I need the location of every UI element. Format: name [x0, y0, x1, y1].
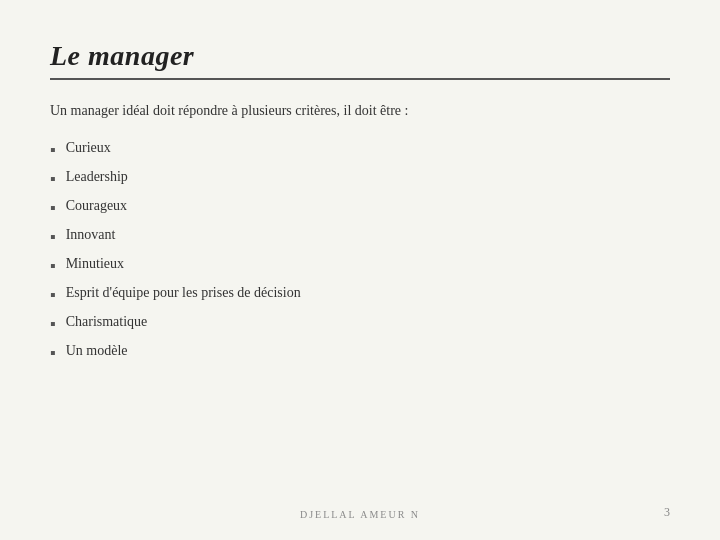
list-item: ▪Un modèle [50, 343, 670, 362]
list-item: ▪Charismatique [50, 314, 670, 333]
list-item: ▪Esprit d'équipe pour les prises de déci… [50, 285, 670, 304]
bullet-item-text: Minutieux [66, 256, 124, 272]
bullet-item-text: Un modèle [66, 343, 128, 359]
bullet-marker-icon: ▪ [50, 228, 56, 246]
bullet-list: ▪Curieux▪Leadership▪Courageux▪Innovant▪M… [50, 140, 670, 362]
footer-text: DJELLAL AMEUR N [300, 509, 420, 520]
bullet-marker-icon: ▪ [50, 257, 56, 275]
title-section: Le manager [50, 40, 670, 80]
bullet-item-text: Leadership [66, 169, 128, 185]
title-divider [50, 78, 670, 80]
list-item: ▪Minutieux [50, 256, 670, 275]
bullet-item-text: Charismatique [66, 314, 148, 330]
page-number: 3 [664, 505, 670, 520]
bullet-item-text: Curieux [66, 140, 111, 156]
bullet-marker-icon: ▪ [50, 170, 56, 188]
list-item: ▪Curieux [50, 140, 670, 159]
bullet-item-text: Esprit d'équipe pour les prises de décis… [66, 285, 301, 301]
bullet-item-text: Innovant [66, 227, 116, 243]
bullet-marker-icon: ▪ [50, 344, 56, 362]
footer: DJELLAL AMEUR N [0, 509, 720, 520]
list-item: ▪Innovant [50, 227, 670, 246]
bullet-marker-icon: ▪ [50, 141, 56, 159]
bullet-item-text: Courageux [66, 198, 127, 214]
page-title: Le manager [50, 40, 670, 72]
bullet-marker-icon: ▪ [50, 315, 56, 333]
list-item: ▪Leadership [50, 169, 670, 188]
bullet-marker-icon: ▪ [50, 199, 56, 217]
list-item: ▪Courageux [50, 198, 670, 217]
bullet-marker-icon: ▪ [50, 286, 56, 304]
intro-paragraph: Un manager idéal doit répondre à plusieu… [50, 100, 630, 122]
slide: Le manager Un manager idéal doit répondr… [0, 0, 720, 540]
